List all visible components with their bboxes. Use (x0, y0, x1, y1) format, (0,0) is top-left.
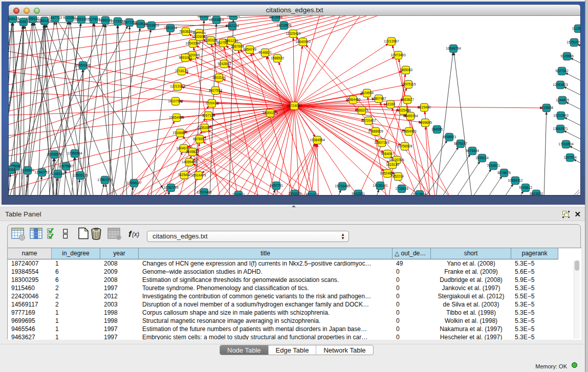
svg-text:14099489: 14099489 (182, 160, 197, 164)
svg-text:18107552: 18107552 (168, 99, 183, 103)
svg-text:11353594: 11353594 (198, 126, 212, 129)
svg-text:9242843: 9242843 (217, 62, 231, 65)
svg-text:252214: 252214 (393, 174, 404, 178)
svg-text:8878352: 8878352 (193, 137, 206, 141)
svg-text:16914479: 16914479 (191, 173, 206, 177)
svg-text:20691406: 20691406 (37, 19, 52, 23)
svg-text:7632621: 7632621 (487, 164, 500, 167)
svg-text:10756928: 10756928 (397, 144, 412, 148)
svg-text:20053346: 20053346 (75, 63, 91, 67)
svg-text:164095: 164095 (431, 127, 443, 131)
svg-text:7357224: 7357224 (226, 24, 239, 28)
svg-text:9942551: 9942551 (352, 192, 365, 195)
svg-text:1700413: 1700413 (205, 101, 219, 105)
svg-text:3624554: 3624554 (360, 91, 374, 95)
svg-text:16033809: 16033809 (209, 18, 224, 21)
svg-text:7234511: 7234511 (232, 193, 245, 195)
svg-text:10958107: 10958107 (126, 181, 142, 185)
svg-text:1393310: 1393310 (288, 192, 301, 195)
svg-text:16210643: 16210643 (553, 114, 569, 117)
svg-text:8671224: 8671224 (306, 193, 319, 195)
svg-text:17957255: 17957255 (97, 178, 113, 182)
svg-text:12213383: 12213383 (170, 84, 185, 88)
svg-text:1145194: 1145194 (51, 172, 64, 176)
svg-text:18807249: 18807249 (374, 141, 389, 144)
svg-text:9115460: 9115460 (418, 105, 431, 109)
svg-text:15300273: 15300273 (263, 111, 278, 115)
svg-text:20206576: 20206576 (47, 152, 62, 156)
svg-text:1588520: 1588520 (271, 56, 284, 60)
svg-text:1549822: 1549822 (186, 150, 199, 154)
svg-text:13975115: 13975115 (401, 82, 416, 86)
svg-text:9227342: 9227342 (555, 69, 569, 73)
svg-text:2935114: 2935114 (475, 156, 489, 160)
svg-text:8427552: 8427552 (209, 89, 222, 92)
svg-text:1156829: 1156829 (21, 168, 34, 172)
svg-text:1615132: 1615132 (386, 163, 399, 166)
svg-text:16648784: 16648784 (446, 47, 461, 50)
svg-text:3267110: 3267110 (202, 114, 215, 117)
svg-text:8180328: 8180328 (204, 38, 217, 42)
svg-text:17359934: 17359934 (67, 151, 82, 155)
svg-text:13692971: 13692971 (553, 127, 568, 130)
svg-text:10025438: 10025438 (396, 108, 411, 112)
svg-text:10975887: 10975887 (58, 164, 74, 168)
svg-text:2367608: 2367608 (231, 45, 244, 48)
svg-text:16033809: 16033809 (144, 24, 159, 27)
svg-text:7485063: 7485063 (399, 68, 412, 72)
svg-text:11325419: 11325419 (286, 32, 301, 35)
svg-text:5461230: 5461230 (225, 39, 238, 42)
svg-text:19654923: 19654923 (401, 129, 417, 133)
svg-text:18724007: 18724007 (287, 104, 302, 107)
svg-text:6679197: 6679197 (454, 142, 467, 145)
svg-text:12505135: 12505135 (73, 173, 88, 177)
svg-text:7386372: 7386372 (355, 108, 368, 112)
svg-text:7663822: 7663822 (179, 30, 192, 33)
svg-text:1733426: 1733426 (395, 187, 408, 190)
svg-text:19166827: 19166827 (172, 131, 188, 135)
svg-text:1167534: 1167534 (563, 156, 577, 159)
svg-text:7357224: 7357224 (164, 26, 177, 30)
svg-text:10688609: 10688609 (368, 129, 383, 133)
svg-text:62160: 62160 (386, 102, 396, 106)
svg-text:9129966: 9129966 (560, 54, 574, 58)
svg-text:19384554: 19384554 (310, 138, 325, 142)
svg-text:1244415: 1244415 (556, 98, 569, 102)
svg-text:10807487: 10807487 (371, 97, 386, 100)
svg-text:19218506: 19218506 (276, 24, 292, 27)
svg-text:8478676: 8478676 (497, 171, 511, 174)
svg-text:9699695: 9699695 (419, 121, 432, 124)
svg-text:15716485: 15716485 (335, 184, 350, 188)
svg-text:8938923: 8938923 (443, 135, 456, 139)
svg-text:18226058: 18226058 (192, 35, 207, 38)
svg-text:2718126: 2718126 (175, 69, 188, 73)
svg-text:12923448: 12923448 (197, 190, 212, 194)
svg-text:9146821: 9146821 (258, 51, 272, 54)
svg-text:20364456: 20364456 (345, 98, 361, 101)
svg-text:18495764: 18495764 (403, 114, 418, 118)
svg-text:18640910: 18640910 (295, 40, 311, 43)
svg-text:8813054: 8813054 (269, 16, 282, 19)
svg-text:17016504: 17016504 (558, 142, 574, 146)
svg-text:9463627: 9463627 (401, 98, 414, 101)
svg-text:15751074: 15751074 (567, 40, 580, 44)
svg-text:16782759: 16782759 (163, 186, 179, 189)
svg-text:1112803: 1112803 (572, 27, 580, 30)
svg-text:12342757: 12342757 (34, 170, 50, 174)
svg-text:10543382: 10543382 (185, 41, 201, 45)
svg-text:1847713: 1847713 (49, 16, 62, 19)
svg-text:1405571: 1405571 (17, 20, 30, 24)
svg-text:9891061: 9891061 (179, 56, 192, 59)
svg-text:10654112: 10654112 (508, 179, 523, 182)
svg-text:8215958: 8215958 (540, 106, 553, 110)
svg-text:8454749: 8454749 (243, 48, 256, 51)
svg-text:39154: 39154 (9, 168, 15, 171)
svg-text:9474444: 9474444 (466, 149, 479, 152)
svg-text:9457791: 9457791 (270, 184, 283, 187)
svg-text:10973493: 10973493 (390, 53, 406, 57)
svg-text:12093823: 12093823 (553, 83, 568, 86)
svg-text:(x): (x) (132, 231, 139, 238)
svg-text:14136141: 14136141 (373, 184, 388, 187)
svg-text:2803144: 2803144 (212, 76, 226, 79)
svg-text:12213967: 12213967 (384, 39, 399, 43)
